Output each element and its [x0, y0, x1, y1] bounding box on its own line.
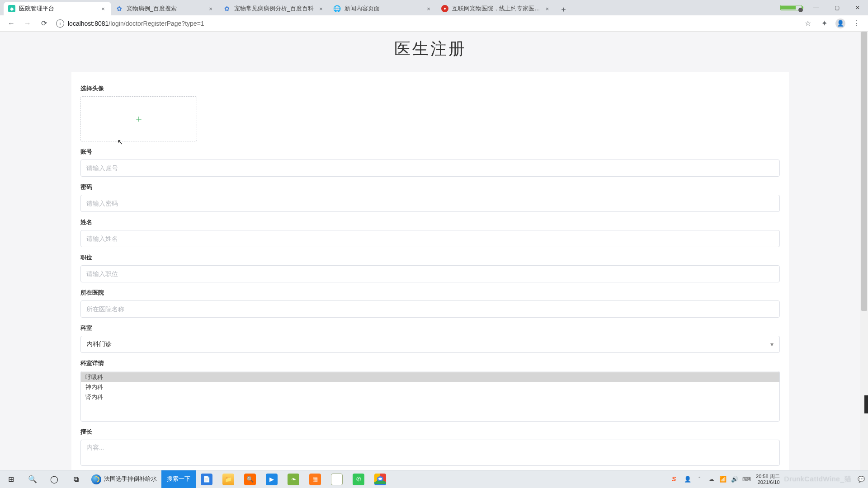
position-field: 职位: [80, 253, 780, 282]
browser-tab[interactable]: ✿ 宠物常见病病例分析_百度百科 ×: [219, 2, 329, 15]
window-minimize-button[interactable]: —: [806, 1, 826, 14]
site-info-icon[interactable]: i: [56, 19, 64, 28]
name-input[interactable]: [80, 230, 780, 247]
browser-tabs-strip: ◆ 医院管理平台 × ✿ 宠物病例_百度搜索 × ✿ 宠物常见病病例分析_百度百…: [0, 0, 868, 15]
department-select[interactable]: [80, 336, 780, 353]
battery-icon: [780, 5, 802, 10]
extensions-icon[interactable]: ✦: [817, 17, 831, 30]
tab-close-icon[interactable]: ×: [317, 5, 325, 12]
notifications-icon[interactable]: 💬: [856, 470, 866, 488]
taskbar-chrome[interactable]: [369, 470, 391, 488]
bookmark-star-icon[interactable]: ☆: [801, 17, 815, 30]
watermark-text: DrunkCatIdWine_猫: [784, 475, 854, 483]
taskbar-app[interactable]: 🔍: [239, 470, 261, 488]
window-maximize-button[interactable]: ▢: [826, 1, 847, 14]
browser-tab-active[interactable]: ◆ 医院管理平台 ×: [4, 2, 111, 15]
address-bar: ← → ⟳ i localhost:8081/login/doctorRegis…: [0, 15, 868, 32]
browser-tab[interactable]: 🌐 新闻内容页面 ×: [329, 2, 437, 15]
specialty-field: 擅长: [80, 428, 780, 468]
url-path: /login/doctorRegisterPage?type=1: [108, 20, 204, 27]
department-detail-field: 科室详情 呼吸科 神内科 肾内科: [80, 359, 780, 422]
tab-title: 宠物病例_百度搜索: [127, 5, 203, 13]
app-icon: ▦: [309, 474, 321, 485]
password-input[interactable]: [80, 195, 780, 212]
position-input[interactable]: [80, 265, 780, 282]
chrome-menu-icon[interactable]: ⋮: [850, 17, 863, 30]
taskbar-app[interactable]: 📄: [196, 470, 217, 488]
tray-icon[interactable]: ☁: [706, 470, 716, 488]
department-field: 科室: [80, 324, 780, 353]
password-field: 密码: [80, 183, 780, 212]
avatar-uploader[interactable]: ＋: [80, 96, 197, 141]
hospital-input[interactable]: [80, 300, 780, 318]
tray-icon[interactable]: 👤: [683, 470, 693, 488]
taskbar-news-widget[interactable]: 法国选手摔倒补给水: [87, 470, 161, 488]
field-label: 账号: [80, 148, 780, 156]
nav-back-button[interactable]: ←: [5, 17, 18, 30]
app-icon: ❧: [288, 474, 299, 485]
register-form: 选择头像 ＋ 账号 密码 姓名 职位 所在医院 科室: [71, 72, 789, 475]
new-tab-button[interactable]: ＋: [557, 3, 570, 15]
browser-tab[interactable]: ● 互联网宠物医院，线上约专家医… ×: [437, 2, 556, 15]
ime-icon[interactable]: ⌨: [741, 470, 751, 488]
profile-avatar[interactable]: 👤: [834, 17, 847, 30]
favicon-icon: ◆: [8, 5, 15, 12]
nav-forward-button[interactable]: →: [21, 17, 34, 30]
url-input[interactable]: i localhost:8081/login/doctorRegisterPag…: [53, 19, 798, 28]
listbox-option[interactable]: 神内科: [81, 382, 779, 392]
name-field: 姓名: [80, 218, 780, 247]
app-icon: ✎: [331, 474, 343, 485]
window-close-button[interactable]: ✕: [847, 1, 868, 14]
scrollbar-thumb[interactable]: [861, 32, 867, 311]
tab-title: 宠物常见病病例分析_百度百科: [234, 5, 314, 13]
side-widget-tab[interactable]: [864, 395, 868, 413]
browser-tab[interactable]: ✿ 宠物病例_百度搜索 ×: [111, 2, 219, 15]
tray-icon[interactable]: S: [671, 470, 681, 488]
app-icon: ✆: [353, 474, 364, 485]
search-button[interactable]: 🔍: [22, 470, 43, 488]
field-label: 职位: [80, 253, 780, 262]
taskbar-app[interactable]: ▦: [304, 470, 326, 488]
clock-date: 2021/6/10: [756, 479, 780, 485]
tab-close-icon[interactable]: ×: [99, 5, 107, 12]
app-icon: ▶: [266, 474, 278, 485]
field-label: 所在医院: [80, 289, 780, 297]
window-controls: — ▢ ✕: [780, 0, 868, 15]
start-button[interactable]: ⊞: [0, 470, 22, 488]
wifi-icon[interactable]: 📶: [718, 470, 728, 488]
field-label: 密码: [80, 183, 780, 191]
favicon-icon: ✿: [116, 5, 123, 12]
specialty-textarea[interactable]: [80, 440, 780, 466]
cortana-button[interactable]: ◯: [43, 470, 65, 488]
tab-title: 新闻内容页面: [344, 5, 421, 13]
volume-icon[interactable]: 🔊: [730, 470, 740, 488]
tab-close-icon[interactable]: ×: [207, 5, 214, 12]
account-field: 账号: [80, 148, 780, 177]
taskbar-app[interactable]: ▶: [261, 470, 283, 488]
app-icon: 🔍: [244, 474, 256, 485]
windows-taskbar: ⊞ 🔍 ◯ ⧉ 法国选手摔倒补给水 搜索一下 📄 📁 🔍 ▶ ❧ ▦ ✎ ✆ S…: [0, 470, 868, 488]
listbox-option[interactable]: 呼吸科: [81, 372, 779, 382]
department-detail-listbox[interactable]: 呼吸科 神内科 肾内科: [80, 371, 780, 422]
taskbar-app[interactable]: ❧: [283, 470, 304, 488]
url-host: localhost:8081: [68, 20, 108, 27]
task-view-button[interactable]: ⧉: [65, 470, 87, 488]
ie-icon: [91, 474, 101, 484]
taskbar-app[interactable]: ✆: [348, 470, 369, 488]
taskbar-app[interactable]: 📁: [217, 470, 239, 488]
taskbar-clock[interactable]: 20:58 周二 2021/6/10: [753, 474, 783, 485]
taskbar-search-button[interactable]: 搜索一下: [161, 470, 196, 488]
tab-close-icon[interactable]: ×: [543, 5, 551, 12]
field-label: 科室: [80, 324, 780, 332]
avatar-label: 选择头像: [80, 84, 780, 93]
avatar-field: 选择头像 ＋: [80, 84, 780, 141]
tab-close-icon[interactable]: ×: [425, 5, 432, 12]
field-label: 科室详情: [80, 359, 780, 367]
hospital-field: 所在医院: [80, 289, 780, 318]
account-input[interactable]: [80, 160, 780, 177]
field-label: 姓名: [80, 218, 780, 226]
taskbar-app[interactable]: ✎: [326, 470, 348, 488]
listbox-option[interactable]: 肾内科: [81, 392, 779, 402]
tray-chevron-up-icon[interactable]: ˄: [694, 470, 704, 488]
nav-reload-button[interactable]: ⟳: [37, 17, 51, 30]
